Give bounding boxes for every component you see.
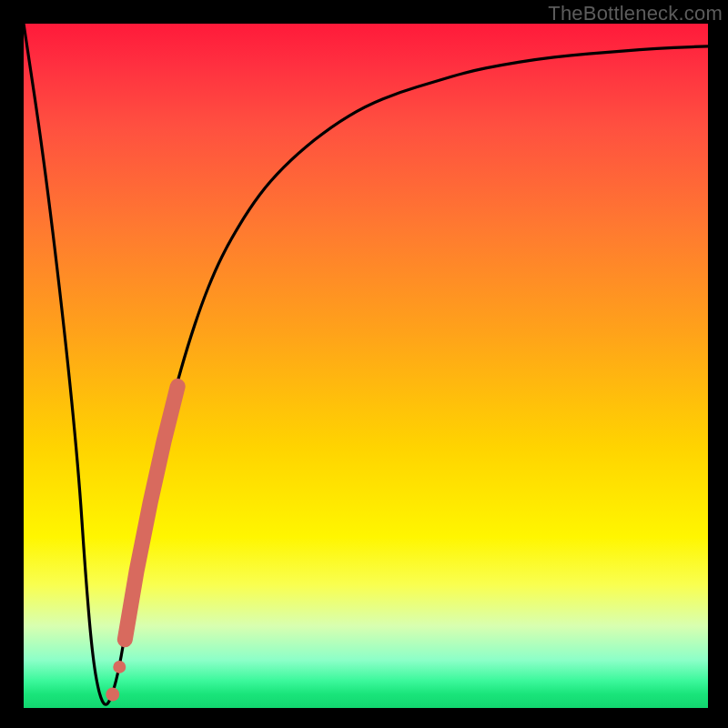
plot-area: [24, 24, 708, 708]
highlight-segment: [125, 387, 177, 640]
watermark-text: TheBottleneck.com: [548, 2, 723, 25]
bottleneck-chart: [24, 24, 708, 708]
highlight-dot: [106, 687, 119, 701]
highlight-dot: [113, 661, 126, 673]
chart-frame: TheBottleneck.com: [0, 0, 728, 728]
